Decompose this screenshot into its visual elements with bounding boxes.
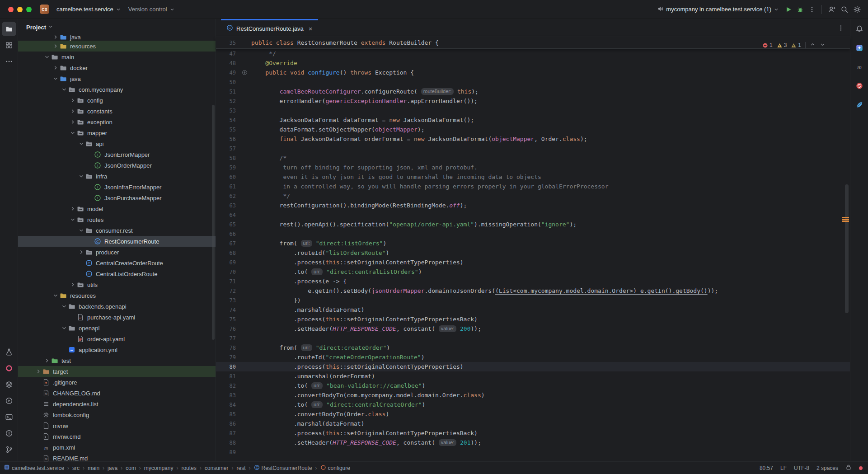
- project-panel-header[interactable]: Project: [18, 19, 216, 35]
- tree-item-jsonordermapper[interactable]: IJsonOrderMapper: [18, 160, 216, 171]
- line-number[interactable]: 59: [216, 164, 238, 171]
- line-number[interactable]: 53: [216, 108, 238, 114]
- line-number[interactable]: 51: [216, 89, 238, 95]
- run-button[interactable]: [783, 4, 794, 15]
- ai-assistant-tool-icon[interactable]: [852, 41, 867, 55]
- endpoints-tool-icon[interactable]: [2, 345, 16, 359]
- tree-item-config[interactable]: config: [18, 95, 216, 106]
- code-line-69[interactable]: 69 .process(this::setOriginalContentType…: [216, 258, 850, 267]
- indent-style[interactable]: 2 spaces: [816, 465, 838, 471]
- lock-icon[interactable]: [845, 464, 852, 472]
- breadcrumb-item-consumer[interactable]: consumer: [205, 465, 229, 471]
- line-number[interactable]: 58: [216, 155, 238, 161]
- code-line-47[interactable]: 47 */: [216, 49, 850, 58]
- tree-item-jsonerrormapper[interactable]: IJsonErrorMapper: [18, 149, 216, 160]
- line-number[interactable]: 84: [216, 402, 238, 408]
- code-line-54[interactable]: 54 JacksonDataFormat dataFormat = new Ja…: [216, 115, 850, 125]
- code-line-79[interactable]: 79 .routeId("createOrderOperationRoute"): [216, 352, 850, 362]
- tree-item-centralcreateorderroute[interactable]: CCentralCreateOrderRoute: [18, 258, 216, 268]
- line-number[interactable]: 55: [216, 127, 238, 133]
- tree-item-com-mycompany[interactable]: com.mycompany: [18, 84, 216, 95]
- maven-tool-icon[interactable]: m: [852, 60, 867, 74]
- line-number[interactable]: 35: [216, 40, 238, 46]
- project-tool-icon[interactable]: [2, 22, 16, 36]
- chevron-right-icon[interactable]: [52, 64, 59, 71]
- line-number[interactable]: 57: [216, 145, 238, 152]
- code-line-52[interactable]: 52 errorHandler(genericExceptionHandler.…: [216, 96, 850, 106]
- chevron-right-icon[interactable]: [69, 205, 76, 212]
- line-number[interactable]: 63: [216, 202, 238, 209]
- line-number[interactable]: 48: [216, 60, 238, 66]
- tree-item-jsonpurchasemapper[interactable]: IJsonPurchaseMapper: [18, 192, 216, 203]
- tree-item-target[interactable]: target: [18, 366, 216, 377]
- breadcrumb-item-java[interactable]: java: [108, 465, 117, 471]
- run-config-selector[interactable]: mycompany in camelbee.test.service (1): [653, 3, 783, 16]
- breadcrumb-item-src[interactable]: src: [72, 465, 80, 471]
- code-line-59[interactable]: 59 turn off binding for supporting json,…: [216, 163, 850, 172]
- camelbee-plugin-tool-icon[interactable]: [852, 98, 867, 112]
- code-line-84[interactable]: 84 .to( uri: "direct:centralCreateOrder"…: [216, 400, 850, 409]
- structure-tool-icon[interactable]: [2, 38, 16, 52]
- tree-item-purchase-api-yaml[interactable]: purchase-api.yaml: [18, 312, 216, 323]
- tree-item-constants[interactable]: constants: [18, 106, 216, 117]
- line-number[interactable]: 50: [216, 79, 238, 85]
- line-number[interactable]: 52: [216, 98, 238, 104]
- minimize-window-button[interactable]: [17, 7, 23, 12]
- tree-item-resources[interactable]: resources: [18, 41, 216, 52]
- close-window-button[interactable]: [8, 7, 14, 12]
- chevron-down-icon[interactable]: [60, 324, 68, 332]
- breadcrumb-item-rest[interactable]: rest: [237, 465, 246, 471]
- code-line-58[interactable]: 58 /*: [216, 153, 850, 163]
- line-number[interactable]: 71: [216, 278, 238, 285]
- more-tool-icon[interactable]: [2, 54, 16, 69]
- settings-gear-icon[interactable]: [851, 3, 863, 16]
- tree-item-pom-xml[interactable]: mpom.xml: [18, 442, 216, 453]
- version-control-tool-icon[interactable]: [2, 442, 16, 457]
- line-number[interactable]: 72: [216, 288, 238, 294]
- sticky-code-line-35[interactable]: 35public class RestConsumerRoute extends…: [216, 38, 439, 47]
- notifications-tool-icon[interactable]: [852, 22, 867, 36]
- chevron-right-icon[interactable]: [34, 368, 42, 375]
- code-line-77[interactable]: 77: [216, 333, 850, 343]
- chevron-down-icon[interactable]: [60, 86, 68, 93]
- build-tool-icon[interactable]: [2, 377, 16, 392]
- line-number[interactable]: 67: [216, 240, 238, 247]
- codewithme-tool-icon[interactable]: [2, 361, 16, 375]
- tree-item-jsoninfraerrormapper[interactable]: IJsonInfraErrorMapper: [18, 182, 216, 192]
- line-number[interactable]: 49: [216, 70, 238, 76]
- chevron-right-icon[interactable]: [77, 249, 85, 256]
- line-number[interactable]: 89: [216, 449, 238, 455]
- code-line-89[interactable]: 89: [216, 447, 850, 457]
- tree-item-consumer-rest[interactable]: consumer.rest: [18, 225, 216, 236]
- code-line-60[interactable]: 60 even it is only json it is good to un…: [216, 172, 850, 182]
- chevron-right-icon[interactable]: [43, 357, 51, 364]
- line-number[interactable]: 64: [216, 212, 238, 218]
- tree-item-lombok-config[interactable]: lombok.config: [18, 409, 216, 420]
- line-number[interactable]: 66: [216, 231, 238, 237]
- code-line-86[interactable]: 86 .marshal(dataFormat): [216, 419, 850, 428]
- code-line-78[interactable]: 78 from( uri: "direct:createOrder"): [216, 343, 850, 352]
- tree-item-java[interactable]: java: [18, 73, 216, 84]
- line-number[interactable]: 69: [216, 259, 238, 266]
- warning-count[interactable]: 3: [777, 42, 787, 48]
- line-number[interactable]: 62: [216, 193, 238, 199]
- chevron-down-icon[interactable]: [77, 227, 85, 234]
- line-number[interactable]: 79: [216, 354, 238, 361]
- code-line-68[interactable]: 68 .routeId("listOrdersRoute"): [216, 248, 850, 258]
- chevron-down-icon[interactable]: [52, 292, 59, 299]
- code-line-66[interactable]: 66: [216, 229, 850, 239]
- tree-item-api[interactable]: api: [18, 138, 216, 149]
- tree-item-utils[interactable]: utils: [18, 279, 216, 290]
- project-switcher[interactable]: camelbee.test.service: [53, 4, 125, 15]
- line-number[interactable]: 86: [216, 421, 238, 427]
- services-tool-icon[interactable]: [2, 394, 16, 408]
- code-with-me-button[interactable]: [826, 3, 838, 16]
- terminal-tool-icon[interactable]: [2, 410, 16, 424]
- code-line-65[interactable]: 65 rest().openApi().specification("opena…: [216, 220, 850, 229]
- editor-tab[interactable]: C RestConsumerRoute.java ×: [221, 19, 318, 37]
- line-number[interactable]: 80: [216, 364, 238, 370]
- chevron-down-icon[interactable]: [43, 53, 51, 61]
- breadcrumb-item-restconsumerroute[interactable]: CRestConsumerRoute: [254, 465, 312, 472]
- tree-item-readme-md[interactable]: MREADME.md: [18, 453, 216, 461]
- code-line-57[interactable]: 57: [216, 144, 850, 153]
